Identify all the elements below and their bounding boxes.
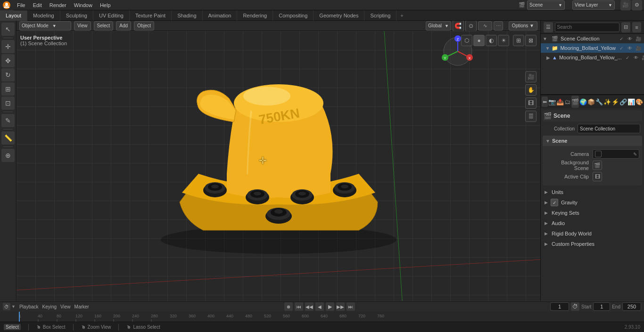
prop-icon-render[interactable]: 📷	[548, 96, 556, 108]
audio-header[interactable]: Audio	[543, 219, 642, 228]
scene-restrict-select[interactable]: ✓	[618, 35, 625, 42]
gravity-checkbox[interactable]: ✓	[551, 199, 558, 206]
tab-keying[interactable]: Keying	[42, 304, 57, 309]
film-btn[interactable]: 🎞	[525, 97, 537, 109]
outliner-filter-btn[interactable]: ⊟	[621, 22, 630, 32]
prop-icon-scene[interactable]: 🎬	[571, 96, 579, 108]
tab-marker[interactable]: Marker	[74, 304, 89, 309]
fps-clock-btn[interactable]: ⏱	[571, 302, 579, 311]
props-nav-btn[interactable]: ⬅	[542, 97, 548, 107]
prop-icon-object[interactable]: 📦	[587, 96, 595, 108]
custom-props-header[interactable]: Custom Properties	[543, 239, 642, 249]
add-menu-btn[interactable]: Add	[116, 21, 131, 31]
prop-icon-modifiers[interactable]: 🔧	[595, 96, 603, 108]
prop-icon-physics[interactable]: ⚡	[611, 96, 619, 108]
step-back-btn[interactable]: ◀◀	[305, 302, 314, 311]
active-clip-icon-btn[interactable]: 🎞	[593, 172, 602, 181]
outliner-scene-collection[interactable]: ▼ 🎬 Scene Collection ✓ 👁 🎥	[541, 34, 644, 43]
prop-icon-data[interactable]: 📊	[627, 96, 635, 108]
material-preview-btn[interactable]: ◐	[486, 35, 497, 46]
hand-pan-btn[interactable]: ✋	[525, 84, 537, 96]
cursor-tool-btn[interactable]: ✛	[1, 40, 15, 53]
outliner-item-bollard-collection[interactable]: ▼ 📁 Mooring_Bollard_Yellow ✓ 👁 🎥	[541, 43, 644, 53]
menu-window[interactable]: Window	[70, 0, 96, 10]
solid-shading-btn[interactable]: ●	[473, 35, 485, 46]
outliner-icon-btn[interactable]: ☰	[544, 22, 553, 32]
graph-icon[interactable]: ∿	[478, 21, 492, 31]
rigid-body-header[interactable]: Rigid Body World	[543, 229, 642, 238]
gravity-header[interactable]: ✓ Gravity	[543, 198, 642, 207]
scene-restrict-render[interactable]: 🎥	[635, 35, 642, 42]
outliner-more-btn[interactable]: ≡	[632, 22, 641, 32]
viewport-area[interactable]: User Perspective (1) Scene Collection Z	[17, 31, 540, 301]
collection-value[interactable]: Scene Collection	[578, 124, 640, 133]
wireframe-btn[interactable]: ⬡	[461, 35, 472, 46]
blender-logo[interactable]	[0, 0, 13, 10]
scene-subsection-header[interactable]: Scene	[543, 136, 642, 146]
tab-modeling[interactable]: Modeling	[27, 10, 60, 21]
tab-shading[interactable]: Shading	[172, 10, 202, 21]
current-frame-field[interactable]: 1	[550, 302, 569, 311]
tab-compositing[interactable]: Compositing	[273, 10, 314, 21]
tab-view[interactable]: View	[60, 304, 71, 309]
add-workspace-button[interactable]: +	[396, 13, 407, 18]
menu-file[interactable]: File	[13, 0, 29, 10]
options-label-btn[interactable]: Options ▼	[509, 21, 537, 31]
tab-geometry-nodes[interactable]: Geometry Nodes	[314, 10, 364, 21]
tab-rendering[interactable]: Rendering	[237, 10, 273, 21]
tab-layout[interactable]: Layout	[0, 10, 27, 21]
timeline-type-arrow[interactable]: ▼	[11, 304, 16, 309]
annotate-tool-btn[interactable]: ✎	[1, 114, 15, 127]
tab-texture-paint[interactable]: Texture Paint	[130, 10, 172, 21]
move-tool-btn[interactable]: ✥	[1, 54, 15, 67]
prop-icon-material[interactable]: 🎨	[636, 96, 643, 108]
jump-start-btn[interactable]: ⏮	[295, 302, 303, 311]
camera-value[interactable]: ✎	[593, 149, 639, 159]
object-menu-btn[interactable]: Object	[134, 21, 154, 31]
bollard-coll-hide[interactable]: 👁	[626, 44, 634, 52]
prop-icon-world[interactable]: 🌍	[579, 96, 587, 108]
prop-icon-output[interactable]: 📤	[556, 96, 564, 108]
bollard-coll-select[interactable]: ✓	[618, 44, 625, 52]
rotate-tool-btn[interactable]: ↻	[1, 68, 15, 81]
tab-playback[interactable]: Playback	[19, 304, 39, 309]
overlay-btn[interactable]: ⊞	[513, 35, 524, 46]
view-layer-selector[interactable]: View Layer ▼	[572, 0, 615, 10]
end-frame-field[interactable]: 250	[622, 302, 641, 311]
bg-scene-icon-btn[interactable]: 🎬	[593, 161, 602, 170]
options-btn[interactable]: Options ▼	[509, 21, 537, 31]
layers-btn[interactable]: ☰	[525, 111, 537, 122]
menu-edit[interactable]: Edit	[29, 0, 46, 10]
record-btn[interactable]: ⏺	[284, 302, 293, 311]
timeline-ruler[interactable]: 1 40 80 120 160 200 240 280 320 360 400 …	[0, 312, 644, 322]
scene-selector[interactable]: Scene ▼	[527, 0, 565, 10]
camera-icon-top[interactable]: 🎥	[620, 0, 631, 10]
object-mode-selector[interactable]: Object Mode ▼	[19, 21, 71, 31]
transform-tool-btn[interactable]: ⊡	[1, 97, 15, 110]
tab-uv-editing[interactable]: UV Editing	[93, 10, 130, 21]
tab-animation[interactable]: Animation	[203, 10, 238, 21]
rendered-btn[interactable]: ☀	[498, 35, 509, 46]
proportional-edit-btn[interactable]: ⊙	[465, 21, 477, 32]
select-menu-btn[interactable]: Select	[94, 21, 114, 31]
add-cube-btn[interactable]: ⊕	[1, 149, 15, 162]
prop-icon-view-layer[interactable]: 🗂	[564, 96, 571, 108]
timeline-type-btn[interactable]: ⏱	[3, 303, 10, 310]
tab-sculpting[interactable]: Sculpting	[60, 10, 93, 21]
units-header[interactable]: Units	[543, 187, 642, 197]
measure-tool-btn[interactable]: 📏	[1, 131, 15, 145]
tab-scripting[interactable]: Scripting	[364, 10, 396, 21]
step-forward-btn[interactable]: ▶▶	[336, 302, 345, 311]
engine-icon[interactable]: ⚙	[632, 0, 642, 10]
view-menu-btn[interactable]: View	[74, 21, 91, 31]
bollard-mesh-select[interactable]: ✓	[624, 54, 631, 61]
timeline-playhead[interactable]	[19, 312, 20, 322]
bollard-mesh-render[interactable]: 🎥	[641, 54, 644, 61]
camera-pencil[interactable]: ✎	[633, 152, 637, 157]
custom-icon[interactable]: ⋯	[494, 21, 503, 31]
menu-help[interactable]: Help	[96, 0, 115, 10]
camera-viewport-btn[interactable]: 🎥	[525, 71, 537, 82]
play-back-btn[interactable]: ◀	[315, 302, 324, 311]
jump-end-btn[interactable]: ⏭	[347, 302, 355, 311]
start-frame-field[interactable]: 1	[593, 302, 610, 311]
